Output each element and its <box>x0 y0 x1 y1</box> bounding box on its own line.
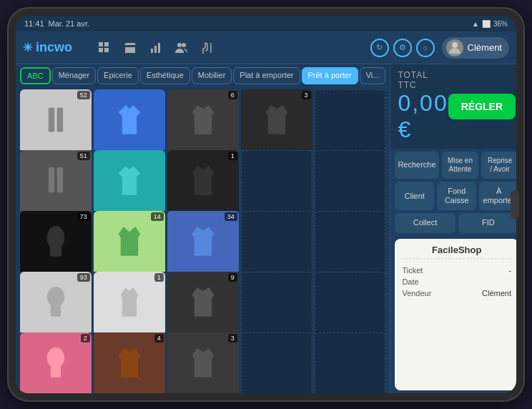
tablet-screen: 11:41 Mar. 21 avr. ▲ ⬜ 36% ✳ incwo <box>16 16 516 393</box>
status-date: Mar. 21 avr. <box>49 19 89 28</box>
cat-tab-pret[interactable]: Prêt à porter <box>302 67 358 84</box>
grid-icon[interactable] <box>94 38 114 58</box>
product-cell-25[interactable] <box>315 332 386 393</box>
logo-area: ✳ incwo <box>23 40 87 55</box>
product-cell-22[interactable]: 4 168,47 € <box>94 332 165 393</box>
main-content: ABC Ménager Epicerie Esthétique Mobilier… <box>16 64 516 393</box>
battery-icon: ⬜ <box>482 20 491 28</box>
svg-rect-13 <box>57 167 63 193</box>
product-count-21: 2 <box>81 334 90 343</box>
product-count-6: 51 <box>77 152 90 160</box>
svg-rect-10 <box>49 107 54 132</box>
svg-rect-1 <box>104 42 109 46</box>
logo-text: incwo <box>36 40 72 55</box>
people-icon[interactable] <box>172 38 192 58</box>
product-count-1: 52 <box>77 91 90 99</box>
svg-point-8 <box>182 43 186 47</box>
mise-en-attente-button[interactable]: Mise enAttente <box>442 152 479 179</box>
svg-rect-0 <box>99 42 103 46</box>
regler-button[interactable]: RÉGLER <box>448 94 516 119</box>
product-count-16: 93 <box>77 273 90 282</box>
user-badge[interactable]: Clément <box>442 37 509 59</box>
receipt-ticket-value: - <box>508 266 511 275</box>
product-grid: 52 118,80 € 15 produits 6 <box>16 87 390 393</box>
fond-caisse-button[interactable]: Fond Caisse <box>437 182 476 210</box>
total-area: TOTAL TTC 0,00 € RÉGLER <box>390 64 516 149</box>
chart-icon[interactable] <box>146 38 166 58</box>
receipt-row-vendeur: Vendeur Clément <box>402 289 511 297</box>
product-count-11: 73 <box>77 212 90 221</box>
sync-icons: ↻ ⚙ ○ <box>370 39 435 57</box>
action-buttons-row3: Collect FID <box>390 213 516 235</box>
receipt-row-date: Date <box>402 277 511 286</box>
receipt-vendeur-value: Clément <box>482 289 511 297</box>
logo-icon: ✳ <box>23 41 32 54</box>
product-img-4 <box>241 89 312 150</box>
action-buttons-row2: Client Fond Caisse À emporter <box>390 182 516 213</box>
battery-level: 36% <box>493 20 508 28</box>
svg-rect-19 <box>51 363 61 377</box>
action-buttons-row1: Recherche Mise enAttente Reprise/ Avoir <box>390 149 516 182</box>
cat-tab-esthetique[interactable]: Esthétique <box>140 67 190 84</box>
receipt-vendeur-label: Vendeur <box>402 289 431 297</box>
wifi-icon: ▲ <box>472 20 479 28</box>
category-tabs: ABC Ménager Epicerie Esthétique Mobilier… <box>16 64 390 87</box>
right-panel: TOTAL TTC 0,00 € RÉGLER Recherche Mise e… <box>390 64 516 393</box>
svg-rect-2 <box>99 48 103 52</box>
product-count-13: 34 <box>225 212 237 221</box>
product-count-12: 14 <box>151 212 164 221</box>
home-button[interactable] <box>511 190 519 219</box>
product-img-2 <box>94 89 165 150</box>
product-count-22: 4 <box>154 334 164 343</box>
product-count-8: 1 <box>228 152 237 160</box>
svg-rect-11 <box>57 107 63 132</box>
receipt-row-ticket: Ticket - <box>402 266 511 275</box>
product-cell-24[interactable] <box>241 332 312 393</box>
svg-rect-17 <box>51 302 61 316</box>
circle-icon[interactable]: ○ <box>416 39 435 57</box>
client-button[interactable]: Client <box>395 182 434 210</box>
total-label: TOTAL TTC <box>398 70 448 90</box>
reprise-avoir-button[interactable]: Reprise/ Avoir <box>481 152 516 179</box>
cat-tab-mobilier[interactable]: Mobilier <box>192 67 232 84</box>
receipt-date-label: Date <box>402 277 418 286</box>
svg-point-7 <box>177 43 182 47</box>
cat-tab-epicerie[interactable]: Epicerie <box>97 67 139 84</box>
cat-tab-vi[interactable]: Vi... <box>360 67 386 84</box>
total-amount: 0,00 € <box>398 90 448 143</box>
receipt-ticket-label: Ticket <box>402 266 423 275</box>
svg-rect-6 <box>158 43 160 53</box>
product-img-7 <box>94 150 165 211</box>
svg-rect-5 <box>154 46 157 53</box>
header-icons <box>94 38 363 58</box>
avatar <box>446 39 463 56</box>
left-panel: ABC Ménager Epicerie Esthétique Mobilier… <box>16 64 390 393</box>
fid-button[interactable]: FID <box>458 213 516 232</box>
header-right: ↻ ⚙ ○ Clément <box>370 37 509 59</box>
header: ✳ incwo <box>16 31 516 64</box>
product-cell-23[interactable]: 3 98,28 € <box>167 332 239 393</box>
svg-point-9 <box>452 42 458 48</box>
cat-tab-abc[interactable]: ABC <box>20 67 51 84</box>
product-count-18: 9 <box>228 273 237 282</box>
recherche-button[interactable]: Recherche <box>395 152 438 179</box>
product-count-3: 6 <box>228 91 237 99</box>
cat-tab-menager[interactable]: Ménager <box>52 67 96 84</box>
store-icon[interactable] <box>120 38 140 58</box>
svg-rect-12 <box>49 167 54 193</box>
utensils-icon[interactable] <box>197 38 217 58</box>
svg-rect-15 <box>50 243 61 256</box>
product-count-4: 3 <box>302 91 311 99</box>
collect-button[interactable]: Collect <box>395 213 455 232</box>
cat-tab-plat[interactable]: Plat à emporter <box>233 67 300 84</box>
product-cell-21[interactable]: 2 108,00 € <box>20 332 92 393</box>
svg-rect-4 <box>151 49 153 53</box>
status-time: 11:41 <box>24 19 44 28</box>
receipt-area: FacileShop Ticket - Date Vendeur Clément <box>395 239 516 390</box>
receipt-shop-name: FacileShop <box>402 245 511 259</box>
product-count-17: 1 <box>154 273 164 282</box>
svg-rect-3 <box>104 48 109 52</box>
gear-icon[interactable]: ⚙ <box>393 39 412 57</box>
refresh-icon[interactable]: ↻ <box>370 39 389 57</box>
tablet-frame: 11:41 Mar. 21 avr. ▲ ⬜ 36% ✳ incwo <box>9 9 523 400</box>
